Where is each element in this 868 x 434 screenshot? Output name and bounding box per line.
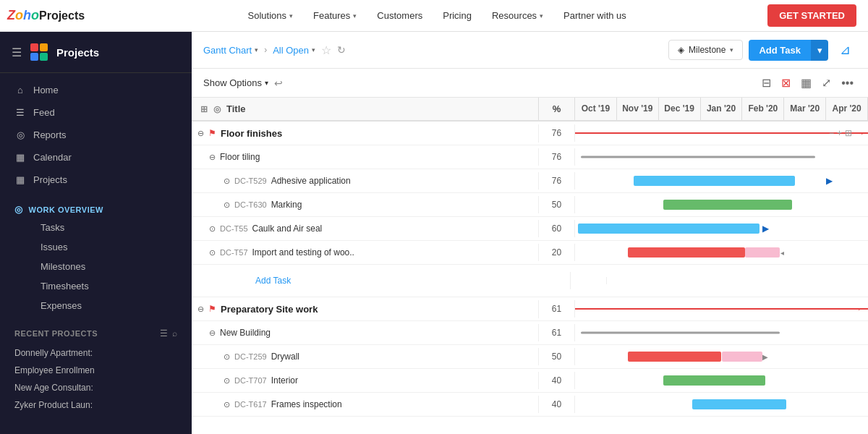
hamburger-icon[interactable]: ☰ xyxy=(12,46,22,59)
milestone-button[interactable]: ◈ Milestone ▾ xyxy=(668,40,743,60)
nav-features[interactable]: Features ▾ xyxy=(305,6,365,25)
all-open-breadcrumb[interactable]: All Open ▾ xyxy=(273,45,315,56)
timeline-headers: Oct '19 Nov '19 Dec '19 Jan '20 Feb '20 … xyxy=(575,98,868,120)
timeline-cell: − + ⊞ → xyxy=(575,122,868,145)
sidebar-item-issues[interactable]: Issues xyxy=(41,237,177,257)
expand-icon[interactable]: ⊙ xyxy=(209,248,216,258)
table-row: ⊙ DC-T529 Adhesive application 76 ▶ xyxy=(192,169,868,193)
add-task-dropdown[interactable]: ▾ xyxy=(811,40,828,61)
task-cell: ⊙ DC-T707 Interior xyxy=(192,372,539,389)
title-column-header: ⊞ ◎ Title xyxy=(192,98,539,120)
expand-icon[interactable]: ⊙ xyxy=(224,176,230,186)
circle-icon: ◎ xyxy=(14,204,23,215)
fullscreen-icon[interactable]: ⤢ xyxy=(819,75,834,91)
get-started-button[interactable]: GET STARTED xyxy=(767,4,856,27)
collapse-icon[interactable]: ⊖ xyxy=(197,129,204,138)
task-cell: ⊙ DC-T57 Import and testing of woo.. xyxy=(192,244,539,261)
recent-project-list: Donnelly Apartment: Employee Enrollmen N… xyxy=(0,341,192,417)
pct-cell: 61 xyxy=(539,300,575,318)
priority-flag-icon: ⚑ xyxy=(208,304,216,314)
chevron-down-icon: ▾ xyxy=(730,46,733,54)
sidebar-item-milestones[interactable]: Milestones xyxy=(41,257,177,276)
recent-project-1[interactable]: Donnelly Apartment: xyxy=(14,344,174,362)
nav-customers[interactable]: Customers xyxy=(368,6,431,25)
month-feb: Feb '20 xyxy=(742,98,784,120)
timeline-cell-empty xyxy=(607,269,862,292)
timeline-cell: ▶ xyxy=(575,169,868,192)
work-overview-header[interactable]: ◎ WORK OVERVIEW xyxy=(14,204,177,215)
chevron-down-icon: ▾ xyxy=(265,79,268,87)
nav-solutions[interactable]: Solutions ▾ xyxy=(239,6,302,25)
calendar-icon: ▦ xyxy=(14,152,26,163)
work-overview-section: ◎ WORK OVERVIEW Tasks Issues Milestones … xyxy=(0,197,192,321)
minus-icon[interactable]: − xyxy=(829,128,834,138)
chevron-down-icon: ▾ xyxy=(255,46,258,54)
calendar-view-icon[interactable]: ▦ xyxy=(798,75,814,91)
arrow-right-icon: → xyxy=(855,127,865,139)
timeline-cell xyxy=(575,393,868,416)
add-task-cell: Add Task xyxy=(224,272,571,289)
refresh-icon[interactable]: ↻ xyxy=(337,44,346,56)
pct-cell-empty xyxy=(571,277,607,284)
filter-icon[interactable]: ⊿ xyxy=(834,39,856,61)
milestone-icon: ◈ xyxy=(678,45,684,55)
recent-project-4[interactable]: Zyker Product Laun: xyxy=(14,396,174,414)
breadcrumb-separator: › xyxy=(264,45,267,55)
expand-icon[interactable]: ⊙ xyxy=(224,352,230,362)
sidebar-app-title: Projects xyxy=(56,46,99,59)
recent-project-2[interactable]: Employee Enrollmen xyxy=(14,362,174,379)
sidebar-item-tasks[interactable]: Tasks xyxy=(41,218,177,237)
main-content: Gantt Chart ▾ › All Open ▾ ☆ ↻ ◈ Milesto… xyxy=(192,32,868,434)
expand-icon[interactable]: ⊙ xyxy=(209,224,216,234)
sidebar-item-reports[interactable]: ◎ Reports xyxy=(0,124,192,146)
undo-icon[interactable]: ↩ xyxy=(274,77,283,89)
bar-end-icon: ◂ xyxy=(780,249,784,257)
bar-arrow-icon: ▶ xyxy=(762,353,768,361)
expand-icon[interactable]: ⊙ xyxy=(224,400,230,409)
pct-cell: 76 xyxy=(539,148,575,166)
expand-icon[interactable]: ⊙ xyxy=(224,200,230,210)
gantt-container: ⊞ ◎ Title % Oct '19 Nov '19 Dec '19 Jan … xyxy=(192,98,868,434)
task-cell: ⊖ New Building xyxy=(192,324,539,341)
sidebar-item-feed[interactable]: ☰ Feed xyxy=(0,101,192,124)
add-task-button[interactable]: Add Task xyxy=(749,40,811,61)
sidebar-item-home[interactable]: ⌂ Home xyxy=(0,79,192,101)
gantt-chart-breadcrumb[interactable]: Gantt Chart ▾ xyxy=(203,45,258,56)
grid-icon[interactable]: ⊞ xyxy=(845,128,852,138)
collapse-icon[interactable]: ⊖ xyxy=(209,153,216,162)
list-view-icon[interactable]: ⊟ xyxy=(759,75,774,91)
nav-pricing[interactable]: Pricing xyxy=(434,6,480,25)
sidebar-item-timesheets[interactable]: Timesheets xyxy=(41,276,177,296)
favorite-icon[interactable]: ☆ xyxy=(321,43,331,57)
show-options-button[interactable]: Show Options ▾ xyxy=(203,77,268,88)
recent-project-3[interactable]: New Age Consultan: xyxy=(14,379,174,396)
sidebar-item-projects[interactable]: ▦ Projects xyxy=(0,169,192,191)
chevron-down-icon: ▾ xyxy=(817,45,822,56)
pct-cell: 40 xyxy=(539,372,575,389)
recent-icons[interactable]: ☰ ⌕ xyxy=(160,328,177,339)
pct-cell: 61 xyxy=(539,324,575,341)
pct-cell: 76 xyxy=(539,172,575,190)
work-overview-items: Tasks Issues Milestones Timesheets Expen… xyxy=(14,215,177,318)
nav-resources[interactable]: Resources ▾ xyxy=(483,6,552,25)
expand-all-icon[interactable]: ⊞ xyxy=(200,104,208,114)
collapse-icon[interactable]: ⊖ xyxy=(197,305,204,314)
logo-area[interactable]: Zoho Projects xyxy=(12,8,85,24)
month-mar: Mar '20 xyxy=(784,98,826,120)
chevron-down-icon: ▾ xyxy=(540,12,543,20)
chevron-down-icon: ▾ xyxy=(312,46,315,54)
more-options-icon[interactable]: ••• xyxy=(838,75,856,91)
feed-icon: ☰ xyxy=(14,107,26,118)
plus-icon[interactable]: + xyxy=(837,128,842,138)
sidebar-item-expenses[interactable]: Expenses xyxy=(41,296,177,315)
table-row: ⊖ New Building 61 xyxy=(192,321,868,345)
month-jan: Jan '20 xyxy=(701,98,743,120)
add-task-link[interactable]: Add Task xyxy=(255,276,291,286)
sidebar-item-calendar[interactable]: ▦ Calendar xyxy=(0,146,192,169)
gantt-view-icon[interactable]: ⊠ xyxy=(778,75,793,91)
expand-icon[interactable]: ⊙ xyxy=(224,376,230,386)
nav-partner[interactable]: Partner with us xyxy=(555,6,635,25)
home-icon: ⌂ xyxy=(14,85,26,95)
svg-rect-1 xyxy=(40,43,48,51)
collapse-icon[interactable]: ⊖ xyxy=(209,328,216,338)
